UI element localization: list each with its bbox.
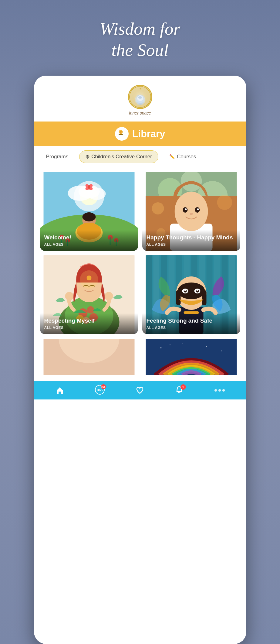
card-respecting-myself-overlay: Respecting Myself ALL AGES xyxy=(40,313,138,334)
card-welcome-overlay: Welcome! ALL AGES xyxy=(40,230,138,251)
tabs-bar: Programs ❊ Children's Creative Corner ✏️… xyxy=(34,146,246,167)
svg-rect-13 xyxy=(119,134,123,134)
tab-courses-icon: ✏️ xyxy=(169,154,175,159)
svg-point-101 xyxy=(221,351,222,351)
logo-text: Inner space xyxy=(129,111,151,115)
partial-card-skin[interactable] xyxy=(40,339,138,375)
svg-point-51 xyxy=(190,213,193,215)
card-feeling-strong-overlay: Feeling Strong and Safe ALL AGES xyxy=(142,313,240,334)
svg-point-9 xyxy=(138,96,142,99)
tab-programs-label: Programs xyxy=(46,154,69,160)
svg-point-46 xyxy=(174,192,208,231)
svg-point-68 xyxy=(86,276,91,280)
card-respecting-myself-subtitle: ALL AGES xyxy=(44,326,134,330)
svg-point-24 xyxy=(89,187,93,190)
card-feeling-strong-subtitle: ALL AGES xyxy=(147,326,236,330)
card-welcome[interactable]: Welcome! ALL AGES xyxy=(40,172,138,251)
card-happy-thoughts[interactable]: Happy Thoughts - Happy Minds ALL AGES xyxy=(142,172,240,251)
svg-point-52 xyxy=(152,202,164,214)
svg-point-21 xyxy=(85,184,88,187)
svg-point-49 xyxy=(185,208,187,210)
card-welcome-subtitle: ALL AGES xyxy=(44,242,134,247)
hero-title: Wisdom for the Soul xyxy=(100,18,180,60)
card-respecting-myself[interactable]: Respecting Myself ALL AGES xyxy=(40,255,138,334)
svg-point-93 xyxy=(196,289,198,291)
svg-point-98 xyxy=(160,347,161,348)
nav-home[interactable] xyxy=(56,386,64,395)
card-feeling-strong-title: Feeling Strong and Safe xyxy=(147,317,236,324)
logo-svg: ✦ xyxy=(129,85,151,108)
svg-point-11 xyxy=(120,131,122,133)
tab-childrens-creative-corner[interactable]: ❊ Children's Creative Corner xyxy=(79,150,158,163)
library-icon xyxy=(115,127,129,141)
partial-card-rainbow[interactable] xyxy=(142,339,240,375)
svg-point-53 xyxy=(217,195,232,210)
svg-point-99 xyxy=(170,344,170,345)
svg-point-63 xyxy=(65,292,73,300)
tab-courses[interactable]: ✏️ Courses xyxy=(163,151,202,163)
svg-text:✦: ✦ xyxy=(139,87,141,91)
home-icon xyxy=(56,386,64,395)
phone-header: ✦ Inner space xyxy=(34,76,246,122)
card-feeling-strong[interactable]: Feeling Strong and Safe ALL AGES xyxy=(142,255,240,334)
card-happy-thoughts-title: Happy Thoughts - Happy Minds xyxy=(147,234,236,241)
tab-courses-label: Courses xyxy=(177,154,196,160)
svg-rect-12 xyxy=(119,134,123,135)
svg-text:365: 365 xyxy=(97,388,102,392)
tab-childrens-label: Children's Creative Corner xyxy=(91,154,152,160)
phone-frame: ✦ Inner space xyxy=(34,76,246,644)
card-happy-thoughts-overlay: Happy Thoughts - Happy Minds ALL AGES xyxy=(142,230,240,251)
heart-icon xyxy=(136,386,144,395)
library-bar: Library xyxy=(34,122,246,146)
tab-programs[interactable]: Programs xyxy=(40,151,75,163)
nav-favorites[interactable] xyxy=(136,386,144,395)
card-welcome-title: Welcome! xyxy=(44,234,134,241)
more-dots-icon xyxy=(214,389,225,392)
card-happy-thoughts-subtitle: ALL AGES xyxy=(147,242,236,247)
logo-container: ✦ Inner space xyxy=(128,85,152,115)
partial-card-row xyxy=(34,339,246,381)
content-grid: Welcome! ALL AGES xyxy=(34,167,246,339)
tab-childrens-icon: ❊ xyxy=(86,154,89,160)
nav-calendar[interactable]: 365 365 xyxy=(95,385,105,396)
logo-circle: ✦ xyxy=(128,85,152,109)
svg-point-50 xyxy=(197,208,199,210)
calendar-badge: 365 xyxy=(101,384,106,389)
svg-point-64 xyxy=(104,292,113,300)
nav-notifications[interactable]: 1 xyxy=(175,385,184,395)
svg-point-59 xyxy=(87,306,94,313)
partial-card-rainbow-bg xyxy=(142,339,240,375)
bottom-nav: 365 365 1 xyxy=(34,381,246,399)
card-respecting-myself-title: Respecting Myself xyxy=(44,317,134,324)
app-container: Wisdom for the Soul xyxy=(0,0,280,644)
bell-badge: 1 xyxy=(180,384,186,390)
svg-point-23 xyxy=(85,187,88,190)
partial-card-skin-bg xyxy=(40,339,138,375)
svg-point-102 xyxy=(182,343,182,344)
svg-point-27 xyxy=(82,212,96,221)
svg-point-92 xyxy=(184,289,186,291)
library-book-icon xyxy=(117,129,126,139)
svg-point-100 xyxy=(206,346,207,347)
library-title: Library xyxy=(132,128,165,139)
svg-point-22 xyxy=(89,184,93,187)
nav-more[interactable] xyxy=(214,389,225,392)
